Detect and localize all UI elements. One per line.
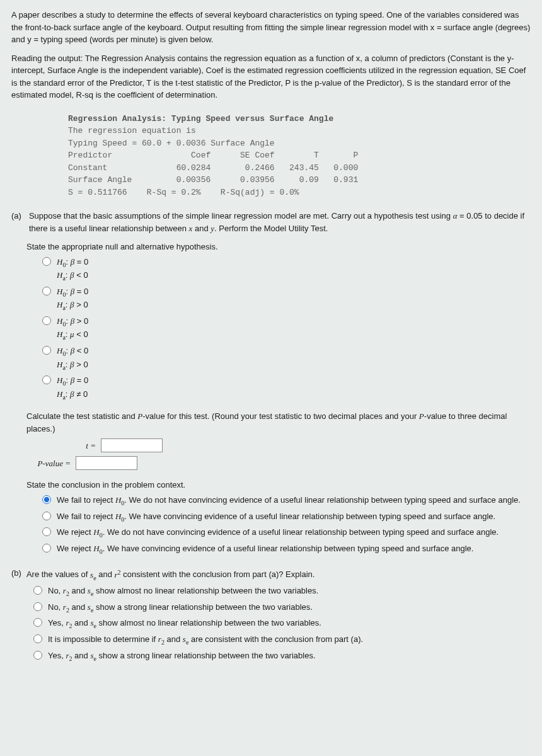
part-b-prompt: Are the values of se and r2 consistent w… (26, 567, 314, 582)
b-label-1: No, r2 and se show almost no linear rela… (48, 585, 531, 598)
concl-radio-2[interactable] (42, 512, 51, 520)
hypo-options: H0: β = 0 Ha: β < 0 H0: β = 0 Ha: β > 0 … (39, 256, 531, 402)
hypo-head: State the appropriate null and alternati… (26, 241, 531, 253)
regression-output: Regression Analysis: Typing Speed versus… (68, 113, 531, 199)
t-label: t = (52, 440, 96, 452)
t-input[interactable] (101, 438, 163, 452)
b-radio-2[interactable] (33, 602, 42, 611)
question-page: A paper describes a study to determine t… (0, 0, 542, 756)
b-opt-3[interactable]: Yes, r2 and se show almost no linear rel… (30, 617, 531, 631)
regout-title: Regression Analysis: Typing Speed versus… (68, 113, 531, 125)
concl-radio-1[interactable] (42, 495, 51, 504)
hypo-opt-2[interactable]: H0: β = 0 Ha: β > 0 (39, 285, 531, 312)
b-opt-1[interactable]: No, r2 and se show almost no linear rela… (30, 585, 531, 598)
b-radio-4[interactable] (33, 634, 42, 643)
p-label: P-value = (26, 457, 71, 470)
t-input-row: t = (52, 438, 531, 452)
part-a-prompt: Suppose that the basic assumptions of th… (29, 210, 531, 234)
regout-r3: S = 0.511766 R-Sq = 0.2% R-Sq(adj) = 0.0… (68, 186, 531, 199)
b-radio-1[interactable] (33, 586, 42, 595)
b-label-5: Yes, r2 and se show a strong linear rela… (48, 650, 531, 663)
hypo-label-2: H0: β = 0 Ha: β > 0 (57, 285, 531, 312)
b-label-3: Yes, r2 and se show almost no linear rel… (48, 617, 531, 631)
b-label-2: No, r2 and se show a strong linear relat… (48, 601, 531, 615)
hypo-radio-4[interactable] (42, 346, 51, 355)
calc-head: Calculate the test statistic and P-value… (26, 410, 531, 435)
regout-l2: Typing Speed = 60.0 + 0.0036 Surface Ang… (68, 137, 531, 150)
concl-opt-4[interactable]: We reject H0. We have convincing evidenc… (39, 542, 531, 556)
hypo-radio-5[interactable] (42, 375, 51, 384)
hypo-radio-3[interactable] (42, 316, 51, 325)
p-input[interactable] (76, 456, 137, 470)
concl-label-3: We reject H0. We do not have convincing … (57, 526, 531, 540)
b-radio-5[interactable] (33, 651, 42, 660)
regout-r1: Constant 60.0284 0.2466 243.45 0.000 (68, 162, 531, 175)
b-label-4: It is impossible to determine if r2 and … (48, 633, 531, 647)
b-options: No, r2 and se show almost no linear rela… (30, 585, 531, 663)
b-radio-3[interactable] (33, 618, 42, 627)
part-a-label: (a) (11, 210, 21, 234)
b-opt-4[interactable]: It is impossible to determine if r2 and … (30, 633, 531, 647)
hypo-label-3: H0: β > 0 Ha: μ < 0 (57, 315, 531, 342)
concl-opt-3[interactable]: We reject H0. We do not have convincing … (39, 526, 531, 540)
part-b-label: (b) (11, 567, 21, 582)
part-a: (a) Suppose that the basic assumptions o… (11, 210, 531, 556)
hypo-radio-2[interactable] (42, 287, 51, 295)
hypo-opt-5[interactable]: H0: β = 0 Ha: β ≠ 0 (39, 374, 531, 401)
concl-radio-3[interactable] (42, 527, 51, 536)
hypo-label-1: H0: β = 0 Ha: β < 0 (57, 256, 531, 283)
hypo-opt-3[interactable]: H0: β > 0 Ha: μ < 0 (39, 315, 531, 342)
b-opt-2[interactable]: No, r2 and se show a strong linear relat… (30, 601, 531, 615)
concl-opt-2[interactable]: We fail to reject H0. We have convincing… (39, 510, 531, 524)
regout-r2: Surface Angle 0.00356 0.03956 0.09 0.931 (68, 174, 531, 186)
hypo-label-5: H0: β = 0 Ha: β ≠ 0 (57, 374, 531, 401)
regout-l1: The regression equation is (68, 125, 531, 137)
p-input-row: P-value = (26, 456, 531, 470)
regout-hdr: Predictor Coef SE Coef T P (68, 149, 531, 162)
hypo-opt-1[interactable]: H0: β = 0 Ha: β < 0 (39, 256, 531, 283)
concl-radio-4[interactable] (42, 544, 51, 553)
part-b: (b) Are the values of se and r2 consiste… (11, 567, 531, 663)
hypo-label-4: H0: β < 0 Ha: β > 0 (57, 345, 531, 372)
intro-block: A paper describes a study to determine t… (11, 9, 531, 101)
hypo-radio-1[interactable] (42, 257, 51, 266)
concl-opt-1[interactable]: We fail to reject H0. We do not have con… (39, 494, 531, 508)
intro-p2: Reading the output: The Regression Analy… (11, 52, 531, 101)
concl-label-1: We fail to reject H0. We do not have con… (57, 494, 531, 508)
concl-label-4: We reject H0. We have convincing evidenc… (57, 542, 531, 556)
hypo-opt-4[interactable]: H0: β < 0 Ha: β > 0 (39, 345, 531, 372)
intro-p1: A paper describes a study to determine t… (11, 9, 531, 46)
concl-options: We fail to reject H0. We do not have con… (39, 494, 531, 556)
concl-label-2: We fail to reject H0. We have convincing… (57, 510, 531, 524)
concl-head: State the conclusion in the problem cont… (26, 479, 531, 491)
b-opt-5[interactable]: Yes, r2 and se show a strong linear rela… (30, 650, 531, 663)
